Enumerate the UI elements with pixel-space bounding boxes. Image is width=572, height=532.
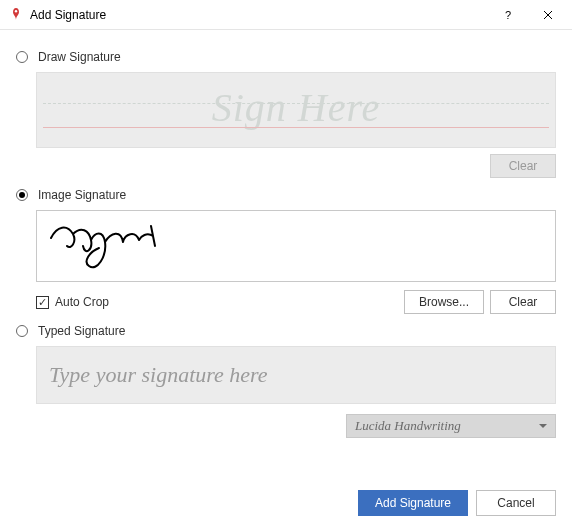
typed-signature-section: Typed Signature Type your signature here… <box>16 324 556 438</box>
svg-text:?: ? <box>505 9 511 21</box>
dialog-content: Draw Signature Sign Here Clear Image Sig… <box>0 30 572 458</box>
image-signature-section: Image Signature ✓ Auto Crop Browse... Cl… <box>16 188 556 314</box>
chevron-down-icon <box>539 424 547 428</box>
draw-signature-radio[interactable] <box>16 51 28 63</box>
auto-crop-checkbox[interactable]: ✓ <box>36 296 49 309</box>
typed-signature-radio[interactable] <box>16 325 28 337</box>
image-signature-radio[interactable] <box>16 189 28 201</box>
image-clear-button[interactable]: Clear <box>490 290 556 314</box>
draw-baseline <box>43 127 549 128</box>
font-select-value: Lucida Handwriting <box>355 418 461 434</box>
signature-image <box>45 216 175 277</box>
svg-point-0 <box>15 10 17 12</box>
title-bar: Add Signature ? <box>0 0 572 30</box>
typed-placeholder-text: Type your signature here <box>49 362 268 388</box>
draw-signature-canvas[interactable]: Sign Here <box>36 72 556 148</box>
cancel-button[interactable]: Cancel <box>476 490 556 516</box>
close-button[interactable] <box>528 0 568 30</box>
draw-signature-label: Draw Signature <box>38 50 121 64</box>
draw-signature-section: Draw Signature Sign Here Clear <box>16 50 556 178</box>
draw-clear-button[interactable]: Clear <box>490 154 556 178</box>
draw-signature-header[interactable]: Draw Signature <box>16 50 556 64</box>
image-signature-label: Image Signature <box>38 188 126 202</box>
window-title: Add Signature <box>30 8 488 22</box>
typed-signature-header[interactable]: Typed Signature <box>16 324 556 338</box>
dialog-footer: Add Signature Cancel <box>0 490 572 516</box>
typed-signature-label: Typed Signature <box>38 324 125 338</box>
add-signature-button[interactable]: Add Signature <box>358 490 468 516</box>
draw-placeholder-text: Sign Here <box>212 84 381 131</box>
image-signature-preview <box>36 210 556 282</box>
font-select[interactable]: Lucida Handwriting <box>346 414 556 438</box>
app-icon <box>8 7 24 23</box>
browse-button[interactable]: Browse... <box>404 290 484 314</box>
image-signature-header[interactable]: Image Signature <box>16 188 556 202</box>
typed-signature-input[interactable]: Type your signature here <box>36 346 556 404</box>
auto-crop-label: Auto Crop <box>55 295 109 309</box>
help-button[interactable]: ? <box>488 0 528 30</box>
